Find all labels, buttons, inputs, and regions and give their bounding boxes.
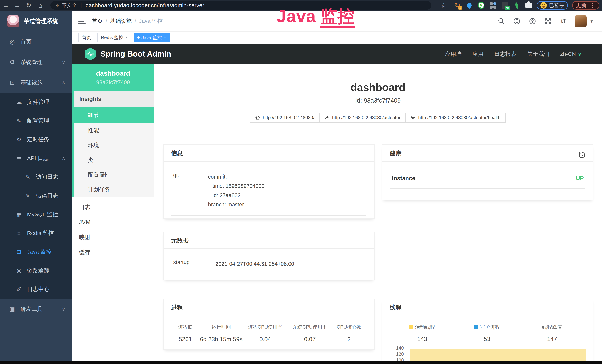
process-id-value: 5261 xyxy=(171,336,200,343)
tag-java-monitor[interactable]: Java 监控 × xyxy=(134,33,170,42)
service-url-button[interactable]: http://192.168.0.2:48080/ xyxy=(250,113,320,123)
layers-icon: ≡ xyxy=(15,230,23,237)
logo-image xyxy=(7,15,19,27)
tag-home[interactable]: 首页 xyxy=(78,33,95,42)
page-url: dashboard.yudao.iocoder.cn/infra/admin-s… xyxy=(86,2,204,9)
sidebar-item-java-monitor[interactable]: ⊟ Java 监控 xyxy=(0,243,72,261)
instance-header[interactable]: dashboard 93a3fc7f7409 xyxy=(72,64,154,91)
sba-logo-icon xyxy=(84,47,97,61)
startup-value: 2021-04-27T00:44:31.254+08:00 xyxy=(215,259,366,268)
sba-menu-environment[interactable]: 环境 xyxy=(74,138,154,153)
extension-puzzle-icon[interactable] xyxy=(525,1,532,9)
extension-sync-icon[interactable]: ↻ 1 xyxy=(453,1,461,9)
log-icon: ▤ xyxy=(15,155,23,162)
bookmark-star-icon[interactable]: ☆ xyxy=(438,2,449,9)
avatar-caret-icon[interactable]: ▾ xyxy=(590,19,593,24)
font-size-icon[interactable]: tT xyxy=(559,17,568,26)
sidebar-item-access-log[interactable]: ✎ 访问日志 xyxy=(0,168,72,186)
chevron-up-icon: ∧ xyxy=(62,80,65,85)
extension-pin-icon[interactable] xyxy=(465,1,473,9)
profile-paused-chip[interactable]: 已暂停 xyxy=(537,1,568,10)
actuator-url-button[interactable]: http://192.168.0.2:48080/actuator xyxy=(319,113,406,123)
sba-menu-jvm[interactable]: JVM xyxy=(72,215,154,230)
sba-menu-classes[interactable]: 类 xyxy=(74,153,154,167)
user-avatar[interactable] xyxy=(575,15,587,27)
sidebar-item-file-manage[interactable]: ☁ 文件管理 xyxy=(0,93,72,111)
sba-nav-journal[interactable]: 日志报表 xyxy=(494,50,516,58)
app-logo[interactable]: 芋道管理系统 xyxy=(0,11,72,32)
sidebar-item-dev-tools[interactable]: ▣ 研发工具 ∨ xyxy=(0,299,72,319)
sidebar-item-error-log[interactable]: ✎ 错误日志 xyxy=(0,186,72,205)
edit-icon: ✎ xyxy=(24,173,32,181)
legend-peak-threads: 线程峰值 xyxy=(520,324,585,331)
sidebar-item-mysql-monitor[interactable]: ▦ MySQL 监控 xyxy=(0,205,72,224)
tags-view: 首页 Redis 监控 × Java 监控 × xyxy=(72,32,602,44)
help-icon[interactable] xyxy=(528,17,537,26)
sba-menu-config-props[interactable]: 配置属性 xyxy=(74,167,154,182)
sidebar-item-system[interactable]: ⚙ 系统管理 ∨ xyxy=(0,52,72,72)
breadcrumb-home[interactable]: 首页 xyxy=(92,17,103,25)
tag-redis-monitor[interactable]: Redis 监控 × xyxy=(97,33,131,42)
sidebar-item-config-manage[interactable]: ✎ 配置管理 xyxy=(0,111,72,130)
sba-menu-details[interactable]: 细节 xyxy=(74,107,154,123)
loop-icon: ↻ xyxy=(15,136,23,143)
health-card: 健康 Instance UP xyxy=(382,144,593,200)
home-icon[interactable]: ⌂ xyxy=(34,2,46,9)
sba-menu-caches[interactable]: 缓存 xyxy=(72,245,154,260)
extension-grid-icon[interactable] xyxy=(489,1,497,9)
forward-icon[interactable]: → xyxy=(11,2,23,9)
edit-icon: ✎ xyxy=(15,117,23,124)
fullscreen-icon[interactable] xyxy=(544,17,552,26)
sidebar-item-trace[interactable]: ◉ 链路追踪 xyxy=(0,261,72,280)
threads-legend: 活动线程 守护进程 线程峰值 143 53 147 xyxy=(390,324,585,343)
heartbeat-icon xyxy=(410,115,416,120)
uptime-value: 6d 23h 15m 59s xyxy=(200,336,243,343)
instance-name: dashboard xyxy=(96,70,130,77)
cpu-cores-value: 2 xyxy=(332,336,366,343)
legend-swatch-blue xyxy=(474,325,478,329)
startup-row: startup 2021-04-27T00:44:31.254+08:00 xyxy=(171,259,366,275)
not-secure-label: 不安全 xyxy=(62,2,77,9)
health-instance-row: Instance UP xyxy=(390,173,585,189)
search-icon[interactable] xyxy=(497,17,506,26)
sba-brand[interactable]: Spring Boot Admin xyxy=(84,47,171,61)
extension-y-icon[interactable]: y xyxy=(477,1,485,9)
home-icon xyxy=(255,115,260,120)
history-icon[interactable] xyxy=(578,149,586,157)
sba-navbar: Spring Boot Admin 应用墙 应用 日志报表 关于我们 zh-CN… xyxy=(72,44,602,64)
extension-switch-icon[interactable]: on xyxy=(501,1,509,9)
hamburger-icon[interactable] xyxy=(78,19,86,24)
close-icon[interactable]: × xyxy=(164,35,166,40)
sidebar-item-redis-monitor[interactable]: ≡ Redis 监控 xyxy=(0,224,72,243)
sidebar-item-infrastructure[interactable]: ⊡ 基础设施 ∧ xyxy=(0,72,72,93)
health-instance-label: Instance xyxy=(392,175,415,182)
close-icon[interactable]: × xyxy=(125,35,128,40)
health-url-button[interactable]: http://192.168.0.2:48080/actuator/health xyxy=(405,113,505,123)
breadcrumb-infra[interactable]: 基础设施 xyxy=(110,17,132,25)
sba-language-select[interactable]: zh-CN∨ xyxy=(560,51,582,57)
sba-nav-wallboard[interactable]: 应用墙 xyxy=(445,50,462,58)
sba-nav-about[interactable]: 关于我们 xyxy=(527,50,549,58)
github-icon[interactable] xyxy=(512,17,521,26)
sba-nav-applications[interactable]: 应用 xyxy=(472,50,483,58)
sba-menu-scheduled-tasks[interactable]: 计划任务 xyxy=(74,182,154,197)
active-dot xyxy=(137,36,140,39)
sidebar-item-scheduled-job[interactable]: ↻ 定时任务 xyxy=(0,130,72,149)
reload-icon[interactable]: ↻ xyxy=(23,2,34,9)
insights-group: Insights 细节 性能 环境 类 配置属性 计划任务 xyxy=(72,91,154,197)
omnibox-divider: | xyxy=(80,2,82,8)
daemon-threads-value: 53 xyxy=(455,336,519,343)
screenshot-bottom-strip xyxy=(0,361,602,364)
sidebar-item-log-center[interactable]: ✐ 日志中心 xyxy=(0,280,72,299)
sba-menu-logs[interactable]: 日志 xyxy=(72,200,154,215)
extension-leaf-icon[interactable] xyxy=(513,1,521,9)
process-table: 进程ID 运行时间 进程CPU使用率 系统CPU使用率 CPU核心数 5261 … xyxy=(171,324,366,343)
browser-menu-icon[interactable]: ⋮ xyxy=(590,2,595,9)
address-bar[interactable]: ⚠ 不安全 | dashboard.yudao.iocoder.cn/infra… xyxy=(50,1,431,10)
sidebar-item-home[interactable]: ◎ 首页 xyxy=(0,32,72,52)
sba-menu-performance[interactable]: 性能 xyxy=(74,123,154,138)
back-icon[interactable]: ← xyxy=(0,2,11,9)
chrome-update-button[interactable]: 更新 ⋮ xyxy=(572,1,599,10)
sba-menu-mappings[interactable]: 映射 xyxy=(72,230,154,245)
sidebar-item-api-log[interactable]: ▤ API 日志 ∧ xyxy=(0,149,72,168)
